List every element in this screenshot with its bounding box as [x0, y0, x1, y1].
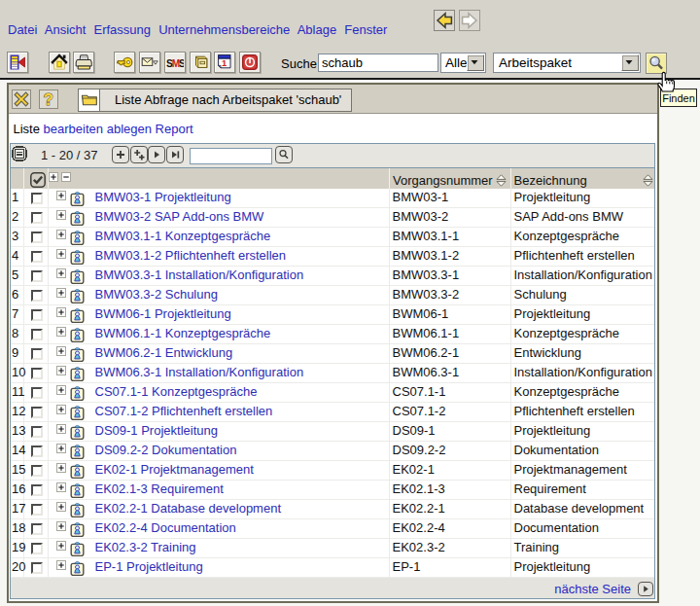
svg-text:S: S	[179, 58, 184, 69]
svg-text:1: 1	[222, 57, 227, 68]
svg-text:?: ?	[44, 90, 53, 108]
